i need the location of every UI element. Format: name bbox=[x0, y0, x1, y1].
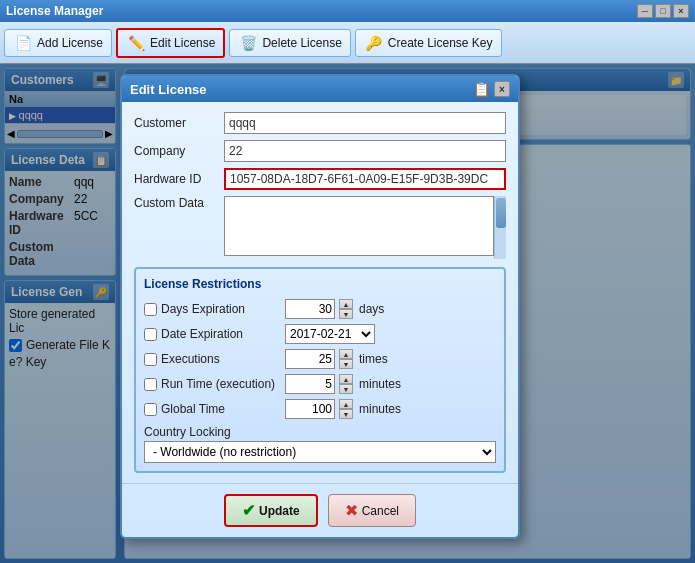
global-time-unit: minutes bbox=[359, 402, 401, 416]
edit-license-icon: ✏️ bbox=[126, 33, 146, 53]
run-time-spin-buttons: ▲ ▼ bbox=[339, 374, 353, 394]
days-expiration-label: Days Expiration bbox=[161, 302, 281, 316]
title-bar: License Manager ─ □ × bbox=[0, 0, 695, 22]
run-time-spin-down[interactable]: ▼ bbox=[339, 384, 353, 394]
date-expiration-label: Date Expiration bbox=[161, 327, 281, 341]
date-expiration-checkbox[interactable] bbox=[144, 328, 157, 341]
toolbar: 📄 Add License ✏️ Edit License 🗑️ Delete … bbox=[0, 22, 695, 64]
modal-overlay: Edit License 📋 × Customer Company Hardwa… bbox=[0, 64, 695, 563]
global-time-row: Global Time ▲ ▼ minutes bbox=[144, 399, 496, 419]
executions-spin-buttons: ▲ ▼ bbox=[339, 349, 353, 369]
global-time-label: Global Time bbox=[161, 402, 281, 416]
days-spin-down[interactable]: ▼ bbox=[339, 309, 353, 319]
executions-unit: times bbox=[359, 352, 388, 366]
custom-data-scrollbar[interactable] bbox=[494, 196, 506, 259]
global-time-checkbox[interactable] bbox=[144, 403, 157, 416]
days-expiration-input[interactable] bbox=[285, 299, 335, 319]
create-license-key-button[interactable]: 🔑 Create License Key bbox=[355, 29, 502, 57]
cancel-button[interactable]: ✖ Cancel bbox=[328, 494, 416, 527]
executions-label: Executions bbox=[161, 352, 281, 366]
customer-label: Customer bbox=[134, 116, 224, 130]
modal-header-icon: 📋 bbox=[473, 81, 490, 97]
executions-input[interactable] bbox=[285, 349, 335, 369]
company-field-row: Company bbox=[134, 140, 506, 162]
update-checkmark-icon: ✔ bbox=[242, 501, 255, 520]
add-license-icon: 📄 bbox=[13, 33, 33, 53]
run-time-label: Run Time (execution) bbox=[161, 377, 281, 391]
country-locking-select[interactable]: - Worldwide (no restriction) bbox=[144, 441, 496, 463]
global-time-spin-up[interactable]: ▲ bbox=[339, 399, 353, 409]
license-restrictions-box: License Restrictions Days Expiration ▲ ▼… bbox=[134, 267, 506, 473]
days-expiration-row: Days Expiration ▲ ▼ days bbox=[144, 299, 496, 319]
custom-data-label: Custom Data bbox=[134, 196, 224, 210]
days-spin-up[interactable]: ▲ bbox=[339, 299, 353, 309]
minimize-button[interactable]: ─ bbox=[637, 4, 653, 18]
restrictions-title: License Restrictions bbox=[144, 277, 496, 291]
days-expiration-checkbox[interactable] bbox=[144, 303, 157, 316]
executions-spin-down[interactable]: ▼ bbox=[339, 359, 353, 369]
custom-data-textarea[interactable] bbox=[224, 196, 494, 256]
customer-input[interactable] bbox=[224, 112, 506, 134]
executions-checkbox[interactable] bbox=[144, 353, 157, 366]
delete-license-icon: 🗑️ bbox=[238, 33, 258, 53]
edit-license-modal: Edit License 📋 × Customer Company Hardwa… bbox=[120, 74, 520, 539]
country-locking-section: Country Locking - Worldwide (no restrict… bbox=[144, 425, 496, 463]
run-time-spin-up[interactable]: ▲ bbox=[339, 374, 353, 384]
global-time-input[interactable] bbox=[285, 399, 335, 419]
title-bar-controls: ─ □ × bbox=[637, 4, 689, 18]
maximize-button[interactable]: □ bbox=[655, 4, 671, 18]
hardware-id-label: Hardware ID bbox=[134, 172, 224, 186]
custom-data-field-row: Custom Data bbox=[134, 196, 506, 259]
update-button[interactable]: ✔ Update bbox=[224, 494, 318, 527]
run-time-unit: minutes bbox=[359, 377, 401, 391]
run-time-input[interactable] bbox=[285, 374, 335, 394]
create-key-icon: 🔑 bbox=[364, 33, 384, 53]
date-expiration-select[interactable]: 2017-02-21 bbox=[285, 324, 375, 344]
modal-footer: ✔ Update ✖ Cancel bbox=[122, 483, 518, 537]
company-input[interactable] bbox=[224, 140, 506, 162]
scrollbar-thumb bbox=[496, 198, 506, 228]
app-title: License Manager bbox=[6, 4, 103, 18]
days-unit: days bbox=[359, 302, 384, 316]
modal-body: Customer Company Hardware ID Custom Data bbox=[122, 102, 518, 483]
company-label: Company bbox=[134, 144, 224, 158]
global-time-spin-buttons: ▲ ▼ bbox=[339, 399, 353, 419]
customer-field-row: Customer bbox=[134, 112, 506, 134]
executions-row: Executions ▲ ▼ times bbox=[144, 349, 496, 369]
hardware-id-input[interactable] bbox=[224, 168, 506, 190]
country-locking-label: Country Locking bbox=[144, 425, 496, 439]
days-spin-buttons: ▲ ▼ bbox=[339, 299, 353, 319]
add-license-button[interactable]: 📄 Add License bbox=[4, 29, 112, 57]
close-button[interactable]: × bbox=[673, 4, 689, 18]
global-time-spin-down[interactable]: ▼ bbox=[339, 409, 353, 419]
delete-license-button[interactable]: 🗑️ Delete License bbox=[229, 29, 350, 57]
edit-license-button[interactable]: ✏️ Edit License bbox=[116, 28, 225, 58]
run-time-row: Run Time (execution) ▲ ▼ minutes bbox=[144, 374, 496, 394]
modal-title: Edit License bbox=[130, 82, 207, 97]
date-expiration-row: Date Expiration 2017-02-21 bbox=[144, 324, 496, 344]
cancel-x-icon: ✖ bbox=[345, 501, 358, 520]
modal-close-button[interactable]: × bbox=[494, 81, 510, 97]
run-time-checkbox[interactable] bbox=[144, 378, 157, 391]
executions-spin-up[interactable]: ▲ bbox=[339, 349, 353, 359]
modal-title-bar: Edit License 📋 × bbox=[122, 76, 518, 102]
hardware-id-field-row: Hardware ID bbox=[134, 168, 506, 190]
